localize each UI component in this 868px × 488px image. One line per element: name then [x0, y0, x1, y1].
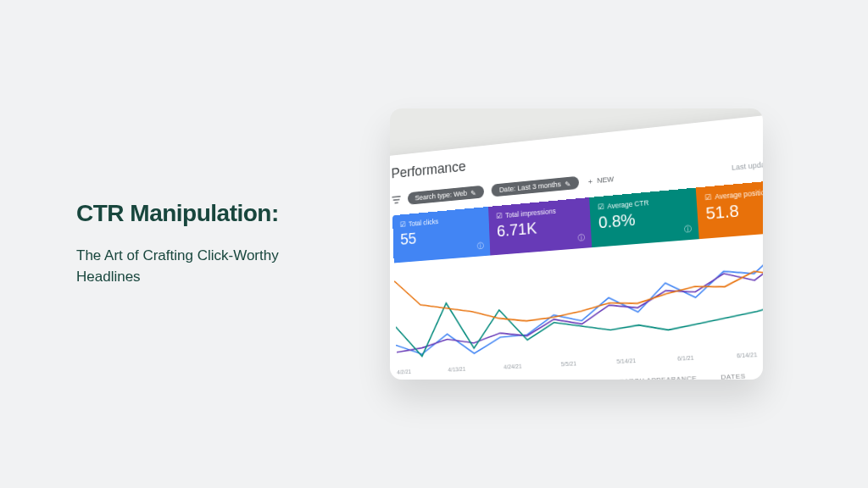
metric-average-ctr: Average CTR 0.8% ⓘ: [589, 188, 699, 248]
subline: The Art of Crafting Click-Worthy Headlin…: [76, 246, 331, 287]
x-tick: 5/5/21: [560, 361, 576, 368]
last-updated: Last updated: 5 hours: [732, 157, 763, 172]
series-average-ctr: [395, 279, 763, 358]
series-total-clicks: [394, 245, 763, 358]
search-type-pill: Search type: Web: [408, 186, 485, 205]
metric-total-impressions: Total impressions 6.71K ⓘ: [488, 197, 592, 255]
text-column: CTR Manipulation: The Art of Crafting Cl…: [76, 200, 348, 287]
headline: CTR Manipulation:: [76, 200, 348, 227]
check-icon: [496, 212, 503, 220]
check-icon: [598, 202, 604, 211]
plus-icon: ＋: [587, 175, 594, 186]
help-icon: ⓘ: [684, 224, 693, 235]
help-icon: ⓘ: [477, 241, 484, 252]
search-type-label: Search type: Web: [415, 189, 467, 202]
metric-total-clicks: Total clicks 55 ⓘ: [392, 207, 490, 263]
pencil-icon: [565, 180, 571, 186]
metric-value: 55: [400, 224, 482, 248]
x-tick: 6/14/21: [737, 352, 758, 358]
date-range-pill: Date: Last 3 months: [492, 176, 579, 197]
metric-average-position: Average position 51.8 ⓘ: [696, 177, 763, 239]
metric-label: Average CTR: [607, 198, 648, 210]
pencil-icon: [470, 189, 476, 196]
series-total-impressions: [394, 256, 763, 352]
tab-devices: DEVICES: [561, 379, 593, 380]
date-range-label: Date: Last 3 months: [499, 180, 561, 194]
new-label: NEW: [597, 175, 614, 185]
x-tick: 4/2/21: [397, 369, 411, 374]
x-tick: 5/14/21: [616, 358, 636, 364]
tab-search-appearance: SEARCH APPEARANCE: [615, 374, 697, 380]
x-tick: 4/13/21: [448, 366, 465, 373]
filter-icon: [392, 196, 400, 204]
dashboard-image: Performance Search type: Web Date: Last …: [390, 108, 763, 380]
x-tick: 4/24/21: [504, 363, 522, 370]
performance-panel: Performance Search type: Web Date: Last …: [390, 109, 763, 380]
metric-label: Average position: [715, 188, 763, 202]
check-icon: [704, 193, 712, 202]
add-filter: ＋ NEW: [587, 174, 615, 186]
series-average-position: [394, 250, 763, 329]
x-tick: 6/1/21: [677, 355, 694, 362]
tab-dates: DATES: [721, 372, 746, 380]
check-icon: [400, 220, 406, 229]
help-icon: ⓘ: [577, 233, 585, 244]
metric-label: Total clicks: [409, 218, 438, 228]
